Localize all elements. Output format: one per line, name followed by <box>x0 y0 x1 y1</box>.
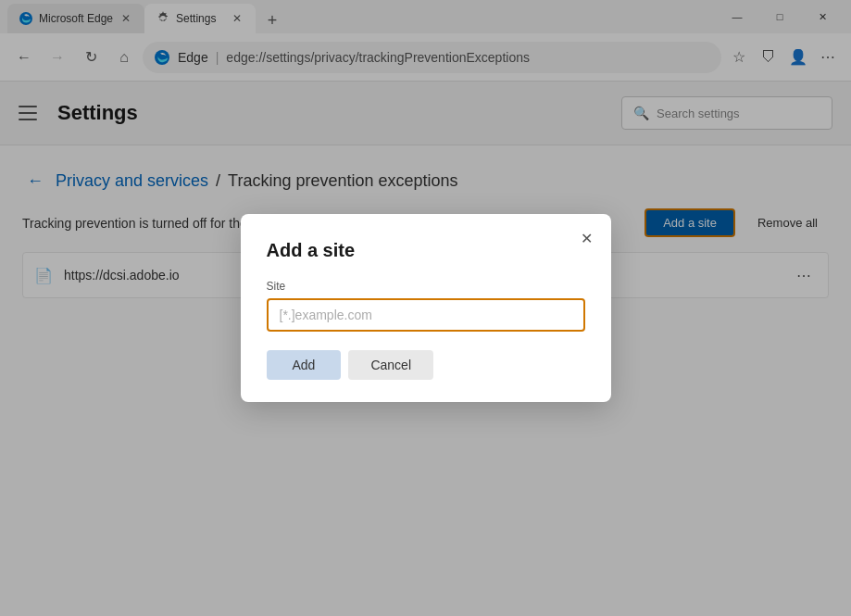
modal-title: Add a site <box>267 240 585 261</box>
modal-add-button[interactable]: Add <box>267 350 342 380</box>
site-input-field[interactable] <box>267 298 585 332</box>
modal-actions: Add Cancel <box>267 350 585 380</box>
site-input-label: Site <box>267 280 585 293</box>
modal-overlay: ✕ Add a site Site Add Cancel <box>0 0 851 616</box>
add-site-modal: ✕ Add a site Site Add Cancel <box>241 214 611 402</box>
modal-cancel-button[interactable]: Cancel <box>348 350 433 380</box>
modal-close-button[interactable]: ✕ <box>574 225 600 251</box>
